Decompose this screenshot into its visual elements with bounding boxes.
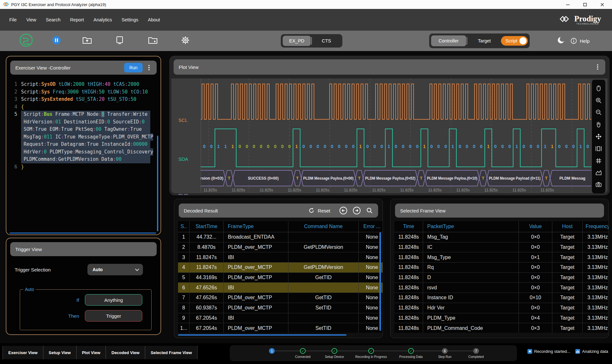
mode-cts[interactable]: CTS [312,36,340,46]
search-icon[interactable] [366,207,373,214]
column-header[interactable]: PacketType [423,221,519,232]
minimize-button[interactable] [565,2,570,7]
prev-frame-button[interactable] [339,206,347,215]
column-header[interactable]: Frequency [583,221,609,232]
waveform-area[interactable]: SCL SDA BUS 0011100000000100000000100010… [171,78,608,193]
role-script-toggle[interactable]: Script [501,36,528,46]
menu-item-view[interactable]: View [21,14,41,26]
decoded-horizontal-scrollbar[interactable] [178,334,347,336]
zoom-in-icon[interactable] [595,97,602,104]
tab-plot-view[interactable]: Plot View [77,346,106,359]
then-action-button[interactable]: Trigger [85,310,142,322]
step-indicator: 1 [269,348,275,354]
waveform-plot[interactable]: 0011100000000100000000100010000100010000… [201,78,591,194]
next-frame-button[interactable] [353,206,361,215]
table-row[interactable]: 544.3169sPLDM_over_MCTPGetTIDNone [178,273,383,283]
decoded-vertical-scrollbar[interactable] [379,232,381,331]
columns-icon[interactable] [595,145,602,152]
role-controller[interactable]: Controller [431,35,466,46]
table-row[interactable]: 860.9387sPLDM_over_MCTPSetTIDNone [178,303,383,313]
save-folder-button[interactable] [148,36,158,46]
column-header[interactable]: Value [519,221,552,232]
kebab-menu-icon[interactable] [146,65,152,71]
table-row[interactable]: 411.8247sPLDM_over_MCTPGetPLDMVersionNon… [178,263,383,273]
selected-frame-view-panel: Selected Frame View TimePacketTypeValueH… [390,199,609,338]
tab-selected-frame-view[interactable]: Selected Frame View [145,346,198,359]
maximize-button[interactable] [583,2,587,7]
reset-button[interactable]: Reset [318,208,330,213]
dark-mode-moon-icon[interactable] [557,36,565,46]
table-row[interactable]: 647.6526sIBINone [178,283,383,293]
column-header[interactable]: S.. [178,221,190,232]
plot-toolbar [592,80,605,193]
trigger-selection-dropdown[interactable]: Auto [87,264,143,275]
menu-item-file[interactable]: File [4,14,21,26]
column-header[interactable]: Error ... [359,221,383,232]
tab-exerciser-view[interactable]: Exerciser View [3,346,43,359]
table-row[interactable]: 1...67.2054sPLDM_over_MCTPSetTIDNone [178,323,383,333]
chart-icon[interactable] [595,169,602,176]
column-header[interactable]: Time [394,221,423,232]
prodigy-brand: Prodigy TECHNOLOGIES [558,15,612,25]
close-button[interactable] [600,2,604,7]
refresh-icon[interactable] [308,207,315,214]
open-folder-button[interactable] [82,36,92,46]
tab-setup-view[interactable]: Setup View [43,346,77,359]
table-row[interactable]: 11.8248srsvd0×0Target3.13MHz [394,283,609,293]
settings-gear-button[interactable] [181,35,190,46]
menu-item-analytics[interactable]: Analytics [89,14,117,26]
sda-bit-value: 1 [423,144,426,149]
editor-vertical-scrollbar[interactable] [157,136,158,231]
decoded-table[interactable]: S..StartTimeFrameTypeCommand NameError .… [178,221,383,333]
table-row[interactable]: 11.8248sRq0×0Target3.13MHz [394,263,609,273]
pause-button[interactable] [52,35,61,46]
table-row[interactable]: 11.8248sPLDM_Type0×4Target3.13MHz [394,313,609,323]
table-row[interactable]: 11.8248sMsg_Type0×1Target3.13MHz [394,252,609,263]
table-row[interactable]: 11.8248sInstance ID0×10Target3.13MHz [394,293,609,303]
table-row[interactable]: 11.8248sIC0×0Target3.13MHz [394,242,609,253]
tab-decoded-view[interactable]: Decoded View [106,346,145,359]
script-editor[interactable]: 1Script:SysOD tLOW:2000 tHIGH:40 tCAS:20… [9,81,159,171]
move-icon[interactable] [595,133,602,140]
table-row[interactable]: 747.6526sPLDM_over_MCTPGetTIDNone [178,293,383,303]
table-row[interactable]: 144.732...Broadcast_ENTDAANone [178,232,383,242]
menu-item-about[interactable]: About [143,14,165,26]
menu-item-search[interactable]: Search [41,14,65,26]
trigger-view-panel: Trigger View Trigger Selection Auto Auto… [6,238,161,335]
column-header[interactable]: Command Name [288,221,359,232]
device-monitor-button[interactable] [116,36,124,46]
frame-view-table[interactable]: TimePacketTypeValueHostFrequency11.8248s… [394,221,609,333]
grid-icon[interactable] [595,157,602,164]
pan-hand-icon[interactable] [595,121,602,128]
table-row[interactable]: 11.8248sPLDM_Command_Code0×3Target3.13MH… [394,323,609,333]
help-button[interactable]: Help [571,38,590,44]
mode-ex-pd[interactable]: EX_PD [283,36,311,46]
connection-flow-button[interactable] [19,33,33,48]
table-cell: PLDM_over_MCTP [224,323,288,333]
column-header[interactable]: Host [552,221,583,232]
table-row[interactable]: 11.8248sD0×0Target3.13MHz [394,273,609,283]
column-header[interactable]: StartTime [190,221,224,232]
cursor-mouse-icon[interactable] [595,85,602,92]
sda-bit-value: 0 [366,144,369,149]
camera-icon[interactable] [595,181,602,188]
editor-horizontal-scrollbar[interactable] [10,233,156,234]
zoom-out-icon[interactable] [595,109,602,116]
role-target[interactable]: Target [468,35,501,46]
table-cell: PLDM_over_MCTP [224,242,288,252]
time-axis-label: 11.825s [316,188,329,192]
menu-item-settings[interactable]: Settings [117,14,143,26]
time-axis-label: 11.825s [288,188,301,192]
script-toggle-knob[interactable] [519,37,526,44]
table-row[interactable]: 967.2054sIBINone [178,313,383,323]
table-row[interactable]: 311.8247sIBINone [178,252,383,263]
kebab-menu-icon[interactable] [595,64,600,70]
table-row[interactable]: 28.4870sPLDM_over_MCTPGetPLDMVersionNone [178,242,383,253]
if-condition-button[interactable]: Anything [85,294,142,306]
menu-item-report[interactable]: Report [65,14,89,26]
time-axis-label: 11.825s [456,188,470,192]
column-header[interactable]: FrameType [224,221,288,232]
run-button[interactable]: Run [124,63,143,72]
table-row[interactable]: 11.8248sMsg_Tag0×0Target3.13MHz [394,232,609,242]
table-row[interactable]: 11.8248sHdr Ver0×0Target3.13MHz [394,303,609,313]
